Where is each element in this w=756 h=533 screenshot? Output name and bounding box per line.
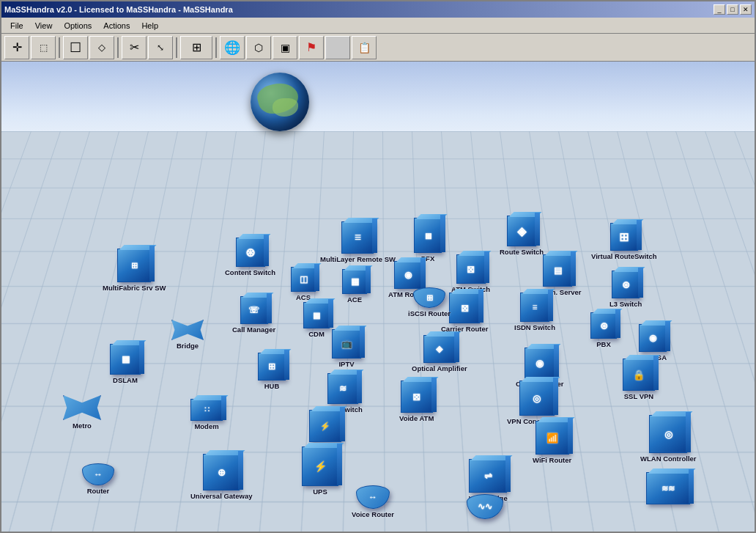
device-route-switch[interactable]: ◈ Route Switch (500, 216, 544, 256)
device-isdn-switch[interactable]: ≡ ISDN Switch (514, 293, 555, 331)
close-button[interactable]: ✕ (740, 4, 752, 15)
toolbar-sep-4 (215, 37, 217, 58)
menu-actions[interactable]: Actions (97, 20, 136, 32)
device-voice-atm[interactable]: ⊠ Voide ATM (399, 381, 434, 422)
device-l3-switch[interactable]: ⊛ L3 Switch (609, 271, 642, 308)
grid-tool-button[interactable]: ⊞ (180, 36, 212, 59)
export-button[interactable]: 📋 (352, 36, 377, 59)
device-content-switch[interactable]: ⊛ Content Switch (225, 238, 275, 276)
maximize-button[interactable]: □ (727, 4, 738, 15)
network-button[interactable]: ⬡ (246, 36, 271, 59)
device-voice-router[interactable]: ↔ Voice Router (352, 485, 394, 518)
minimize-button[interactable]: _ (714, 4, 725, 15)
device-wlan-bottom[interactable]: ≋≋ (646, 472, 690, 506)
blank-button[interactable] (325, 36, 350, 59)
device-optical-amplifier[interactable]: ◈ Optical Amplifier (412, 335, 467, 372)
node-tool-button[interactable]: ☐ (63, 36, 88, 59)
device-call-manager[interactable]: ☏ Call Manager (232, 296, 275, 334)
toolbar-sep-2 (117, 37, 119, 58)
window-title: MaSSHandra v2.0 - Licensed to MaSSHandra… (4, 5, 233, 14)
window-frame: MaSSHandra v2.0 - Licensed to MaSSHandra… (0, 0, 756, 533)
device-wlan-controller[interactable]: ◎ WLAN Controller (640, 415, 697, 463)
menu-bar: File View Options Actions Help (1, 18, 755, 34)
device-modem[interactable]: ∷ Modem (190, 399, 223, 430)
device-metro[interactable]: Metro (63, 395, 101, 430)
menu-options[interactable]: Options (58, 20, 97, 32)
device-router-bottom[interactable]: ∿∿ (467, 494, 503, 521)
device-cdm[interactable]: ▦ CDM (303, 302, 330, 338)
move-tool-button[interactable]: ✛ (4, 36, 29, 59)
devices-layer: ⊞ MultiFabric Srv SW ⊛ Content Switch ≡ … (1, 62, 755, 532)
toolbar-sep-1 (59, 37, 60, 58)
device-wifi-router[interactable]: 📶 WiFi Router (533, 421, 571, 464)
device-ups2[interactable]: ⚡ UPS (302, 446, 338, 496)
device-iptv[interactable]: 📺 IPTV (332, 329, 361, 368)
device-hub[interactable]: ⊞ HUB (258, 353, 286, 390)
connect-tool-button[interactable]: ◇ (89, 36, 114, 59)
menu-help[interactable]: Help (136, 20, 164, 32)
device-dslam[interactable]: ▦ DSLAM (110, 344, 141, 384)
globe-button[interactable]: 🌐 (220, 36, 245, 59)
move-node-button[interactable]: ⤡ (148, 36, 173, 59)
toolbar: ✛ ⬚ ☐ ◇ ✂ ⤡ ⊞ 🌐 ⬡ ▣ ⚑ 📋 (1, 34, 755, 62)
flag-button[interactable]: ⚑ (299, 36, 324, 59)
device-ssl-vpn[interactable]: 🔒 SSL VPN (623, 359, 655, 400)
device-acs[interactable]: ◫ ACS (291, 267, 316, 301)
device-multilayer-sw[interactable]: ≡ MultiLayer Remote SW (320, 221, 396, 263)
main-canvas[interactable]: ⊞ MultiFabric Srv SW ⊛ Content Switch ≡ … (1, 62, 755, 532)
capture-button[interactable]: ▣ (273, 36, 297, 59)
device-pfx[interactable]: ▦ PFX (414, 218, 442, 262)
device-iscsi-router[interactable]: ⊞ iSCSI Router (408, 287, 451, 317)
device-router[interactable]: ↔ Router (82, 463, 114, 495)
device-virtual-routeswitch[interactable]: ⊞ Virtual RouteSwitch (591, 223, 657, 260)
delete-tool-button[interactable]: ✂ (122, 36, 147, 59)
device-universal-gw[interactable]: ⊕ Universal Gateway (190, 454, 253, 500)
toolbar-sep-3 (176, 37, 177, 58)
device-ace[interactable]: ▦ ACE (342, 269, 367, 304)
menu-file[interactable]: File (4, 20, 29, 32)
device-multifabric[interactable]: ⊞ MultiFabric Srv SW (103, 249, 166, 292)
select-tool-button[interactable]: ⬚ (31, 36, 56, 59)
device-atm-switch[interactable]: ⊠ ATM Switch (451, 254, 490, 293)
device-bridge[interactable]: Bridge (171, 320, 204, 350)
title-buttons: _ □ ✕ (714, 4, 752, 15)
device-pbx[interactable]: ⊛ PBX (590, 312, 617, 348)
title-bar: MaSSHandra v2.0 - Licensed to MaSSHandra… (1, 1, 755, 18)
menu-view[interactable]: View (29, 20, 59, 32)
